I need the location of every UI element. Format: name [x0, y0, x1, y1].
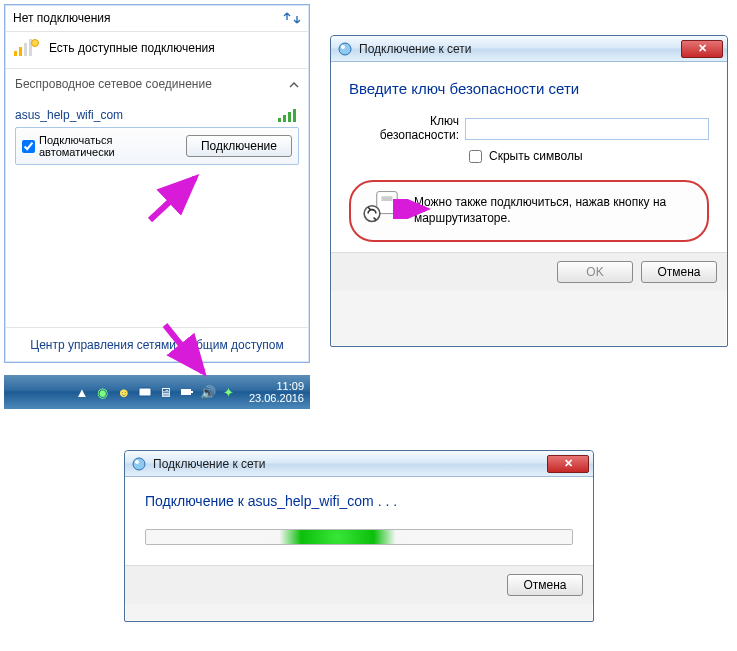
- dialog-body: Подключение к asus_help_wifi_com . . .: [125, 477, 593, 565]
- network-name: asus_help_wifi_com: [15, 108, 123, 122]
- svg-rect-9: [139, 388, 151, 396]
- tray-volume-icon[interactable]: 🔊: [200, 384, 216, 400]
- arrow-annotation-3: [393, 199, 433, 219]
- key-label: Ключ безопасности:: [349, 115, 459, 143]
- available-label: Есть доступные подключения: [49, 41, 215, 55]
- tray-battery-icon[interactable]: [179, 384, 195, 400]
- svg-point-4: [32, 40, 39, 47]
- clock-time: 11:09: [249, 380, 304, 392]
- signal-bars-icon: [277, 107, 299, 123]
- connecting-text: Подключение к asus_help_wifi_com . . .: [145, 493, 573, 509]
- ok-button[interactable]: OK: [557, 261, 633, 283]
- svg-rect-6: [283, 115, 286, 122]
- svg-rect-15: [381, 196, 392, 201]
- svg-rect-7: [288, 112, 291, 122]
- close-button[interactable]: ✕: [547, 455, 589, 473]
- svg-rect-2: [24, 43, 27, 56]
- network-item[interactable]: asus_help_wifi_com Подключаться автомати…: [5, 99, 309, 171]
- dialog-heading: Введите ключ безопасности сети: [349, 76, 709, 111]
- svg-point-13: [341, 45, 345, 49]
- dialog-title: Подключение к сети: [359, 42, 675, 56]
- hide-chars-checkbox[interactable]: Скрыть символы: [465, 147, 709, 166]
- flyout-title: Нет подключения: [13, 11, 111, 25]
- cancel-button[interactable]: Отмена: [641, 261, 717, 283]
- svg-rect-10: [181, 389, 191, 395]
- svg-rect-0: [14, 51, 17, 56]
- dialog-title: Подключение к сети: [153, 457, 541, 471]
- cancel-button[interactable]: Отмена: [507, 574, 583, 596]
- chevron-up-icon: [289, 79, 299, 89]
- dialog-titlebar[interactable]: Подключение к сети ✕: [331, 36, 727, 62]
- clock-date: 23.06.2016: [249, 392, 304, 404]
- section-wireless[interactable]: Беспроводное сетевое соединение: [5, 69, 309, 99]
- dialog-titlebar[interactable]: Подключение к сети ✕: [125, 451, 593, 477]
- signal-sun-icon: [13, 38, 41, 58]
- tray-icon[interactable]: ✦: [221, 384, 237, 400]
- app-icon: [131, 456, 147, 472]
- progress-fill: [265, 530, 410, 544]
- tray-icon[interactable]: ☻: [116, 384, 132, 400]
- tray-icon[interactable]: ◉: [95, 384, 111, 400]
- hide-chars-label: Скрыть символы: [489, 149, 583, 163]
- dialog-button-row: Отмена: [125, 565, 593, 604]
- connect-button[interactable]: Подключение: [186, 135, 292, 157]
- security-dialog: Подключение к сети ✕ Введите ключ безопа…: [330, 35, 728, 347]
- svg-rect-5: [278, 118, 281, 122]
- wps-hint-box: Можно также подключиться, нажав кнопку н…: [349, 180, 709, 242]
- network-center-link[interactable]: Центр управления сетями и общим доступом: [5, 327, 309, 362]
- svg-rect-1: [19, 47, 22, 56]
- tray-icons: ▲ ◉ ☻ 🖥 🔊 ✦: [74, 384, 237, 400]
- security-key-input[interactable]: [465, 118, 709, 140]
- auto-connect-label: Подключаться автоматически: [39, 134, 180, 158]
- svg-point-18: [135, 460, 139, 464]
- close-icon: ✕: [564, 457, 573, 470]
- connecting-dialog: Подключение к сети ✕ Подключение к asus_…: [124, 450, 594, 622]
- network-flyout: Нет подключения Есть доступные подключен…: [4, 4, 310, 363]
- auto-connect-checkbox[interactable]: Подключаться автоматически: [22, 134, 180, 158]
- wps-hint-text: Можно также подключиться, нажав кнопку н…: [414, 195, 691, 226]
- tray-icon[interactable]: 🖥: [158, 384, 174, 400]
- flyout-header: Нет подключения: [5, 5, 309, 32]
- tray-network-icon[interactable]: [137, 384, 153, 400]
- progress-bar: [145, 529, 573, 545]
- taskbar-clock[interactable]: 11:09 23.06.2016: [249, 380, 304, 404]
- svg-point-12: [339, 43, 351, 55]
- close-button[interactable]: ✕: [681, 40, 723, 58]
- refresh-icon[interactable]: [283, 11, 301, 25]
- app-icon: [337, 41, 353, 57]
- svg-point-16: [364, 205, 380, 221]
- section-label: Беспроводное сетевое соединение: [15, 77, 212, 91]
- svg-rect-8: [293, 109, 296, 122]
- dialog-button-row: OK Отмена: [331, 252, 727, 291]
- svg-rect-11: [191, 391, 193, 393]
- tray-icon[interactable]: ▲: [74, 384, 90, 400]
- close-icon: ✕: [698, 42, 707, 55]
- taskbar: ▲ ◉ ☻ 🖥 🔊 ✦ 11:09 23.06.2016: [4, 375, 310, 409]
- svg-point-17: [133, 458, 145, 470]
- dialog-body: Введите ключ безопасности сети Ключ безо…: [331, 62, 727, 252]
- available-row: Есть доступные подключения: [5, 32, 309, 69]
